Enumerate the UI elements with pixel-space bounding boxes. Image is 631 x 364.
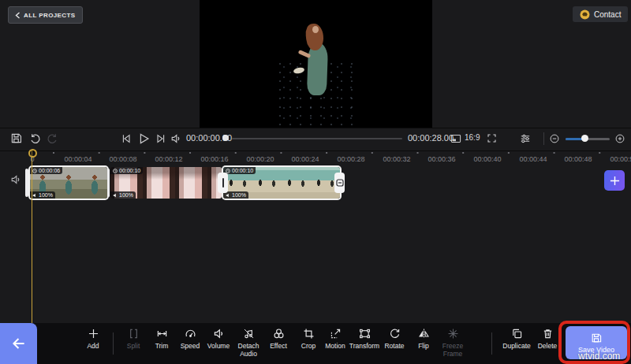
skip-to-end-icon[interactable] bbox=[155, 132, 167, 145]
back-button[interactable] bbox=[0, 323, 37, 364]
ruler-label: 00:00:32 bbox=[383, 155, 410, 163]
ruler-label: 00:00:48 bbox=[564, 155, 592, 163]
skip-to-start-icon[interactable] bbox=[120, 132, 133, 145]
track-volume-icon[interactable] bbox=[9, 173, 22, 186]
playback-control-bar bbox=[0, 128, 631, 151]
trim-icon bbox=[155, 327, 169, 340]
watermark: wtvid.com bbox=[578, 351, 620, 362]
rotate-icon bbox=[388, 327, 401, 340]
ruler-label: 00:00:24 bbox=[291, 155, 319, 163]
clip-trim-handle-right[interactable] bbox=[107, 169, 110, 197]
ruler-minor-ticks bbox=[52, 151, 612, 154]
add-icon bbox=[87, 327, 100, 340]
ruler-label: 00:00:16 bbox=[200, 155, 228, 163]
clip-duration: 00:00:06 bbox=[39, 168, 60, 173]
ruler-label: 00:00:12 bbox=[155, 155, 182, 163]
toolbar-item-duplicate[interactable]: Duplicate bbox=[499, 327, 534, 351]
toolbar-item-label: Freeze Frame bbox=[435, 343, 470, 358]
ruler-label: 00:00:28 bbox=[337, 155, 364, 163]
save-project-icon[interactable] bbox=[9, 132, 23, 145]
all-projects-button[interactable]: ALL PROJECTS bbox=[8, 6, 83, 24]
speaker-icon bbox=[113, 193, 118, 198]
playhead[interactable] bbox=[32, 150, 32, 323]
flip-icon bbox=[417, 327, 431, 340]
support-icon bbox=[580, 9, 590, 20]
duplicate-icon bbox=[510, 327, 524, 340]
clip-volume: 100% bbox=[232, 192, 246, 198]
toolbar-item-label: Crop bbox=[301, 343, 316, 351]
detach-audio-icon bbox=[242, 327, 256, 340]
zoom-in-icon[interactable] bbox=[614, 133, 625, 144]
split-icon bbox=[127, 327, 140, 340]
clip-volume: 100% bbox=[39, 192, 53, 198]
seek-track[interactable] bbox=[232, 138, 402, 139]
divider bbox=[491, 332, 492, 355]
delete-icon bbox=[541, 327, 554, 340]
adjust-icon[interactable] bbox=[519, 132, 532, 145]
toolbar-item-freeze-frame[interactable]: Freeze Frame bbox=[435, 327, 470, 358]
clip-volume-badge: 100% bbox=[223, 191, 248, 199]
toolbar-item-label: Flip bbox=[418, 343, 429, 351]
speaker-icon bbox=[226, 193, 230, 198]
toolbar-item-label: Trim bbox=[155, 343, 169, 351]
timeline-clip-3[interactable]: 00:00:10 100% bbox=[223, 167, 340, 199]
clip-volume-badge: 100% bbox=[110, 191, 136, 199]
clip-trim-handle-left[interactable] bbox=[25, 169, 28, 197]
fullscreen-icon[interactable] bbox=[486, 132, 498, 144]
ruler-label: 00:00:44 bbox=[519, 155, 547, 163]
divider bbox=[113, 332, 114, 355]
speaker-icon bbox=[32, 193, 37, 198]
toolbar-item-label: Split bbox=[127, 343, 140, 351]
timeline-clip-1[interactable]: 00:00:06 100% bbox=[30, 167, 107, 199]
ruler-label: 00:00:36 bbox=[428, 155, 455, 163]
aspect-ratio-value[interactable]: 16:9 bbox=[465, 133, 480, 142]
toolbar-item-label: Rotate bbox=[384, 343, 404, 351]
preview-frame[interactable] bbox=[278, 0, 353, 128]
toolbar-item-delete[interactable]: Delete bbox=[530, 327, 565, 351]
seek-thumb[interactable] bbox=[222, 135, 229, 141]
preview-subject-face bbox=[312, 26, 319, 33]
add-track-button[interactable] bbox=[604, 170, 625, 191]
crop-icon bbox=[302, 327, 316, 340]
chevron-left-icon bbox=[15, 12, 21, 19]
preview-subject bbox=[307, 43, 328, 96]
clip-volume: 100% bbox=[119, 192, 133, 198]
speed-icon bbox=[184, 327, 197, 340]
save-video-icon bbox=[590, 332, 603, 344]
toolbar-item-add[interactable]: Add bbox=[76, 327, 110, 351]
playhead-handle[interactable] bbox=[28, 149, 37, 158]
freeze-frame-icon bbox=[446, 327, 460, 340]
motion-icon bbox=[329, 327, 342, 340]
selected-clip-right-handle[interactable] bbox=[334, 173, 345, 193]
ruler-label: 00:00:04 bbox=[64, 155, 91, 163]
selected-clip-left-handle[interactable] bbox=[218, 173, 228, 193]
timeline-clip-2[interactable]: 00:00:10 100% bbox=[110, 167, 222, 199]
redo-icon[interactable] bbox=[46, 132, 59, 145]
volume-icon bbox=[212, 327, 226, 340]
zoom-out-icon[interactable] bbox=[549, 133, 560, 144]
aspect-ratio-icon[interactable] bbox=[450, 132, 462, 145]
total-time: 00:00:28.00 bbox=[408, 133, 454, 143]
clip-duration-badge: 00:00:06 bbox=[30, 167, 62, 174]
effect-icon bbox=[272, 327, 286, 340]
mute-icon[interactable] bbox=[170, 132, 182, 145]
undo-icon[interactable] bbox=[28, 132, 42, 145]
play-icon[interactable] bbox=[136, 132, 151, 146]
toolbar-item-label: Transform bbox=[349, 343, 379, 351]
toolbar-item-label: Delete bbox=[538, 343, 558, 351]
clip-duration-badge: 00:00:10 bbox=[223, 167, 256, 174]
ruler-label: 00:00:08 bbox=[109, 155, 136, 163]
clip-duration-badge: 00:00:10 bbox=[110, 167, 143, 174]
contact-button[interactable]: Contact bbox=[573, 6, 628, 22]
toolbar-item-label: Speed bbox=[181, 343, 200, 351]
timeline-zoom-thumb[interactable] bbox=[581, 135, 588, 142]
ruler-label: 00:00:40 bbox=[473, 155, 501, 163]
clip-duration: 00:00:10 bbox=[232, 168, 253, 173]
clip-volume-badge: 100% bbox=[30, 191, 55, 199]
toolbar-item-label: Duplicate bbox=[502, 343, 530, 351]
clock-icon bbox=[32, 169, 37, 173]
all-projects-label: ALL PROJECTS bbox=[24, 12, 76, 19]
ruler-label: 00:00:20 bbox=[246, 155, 274, 163]
toolbar-item-label: Add bbox=[87, 343, 99, 351]
divider bbox=[543, 132, 544, 145]
